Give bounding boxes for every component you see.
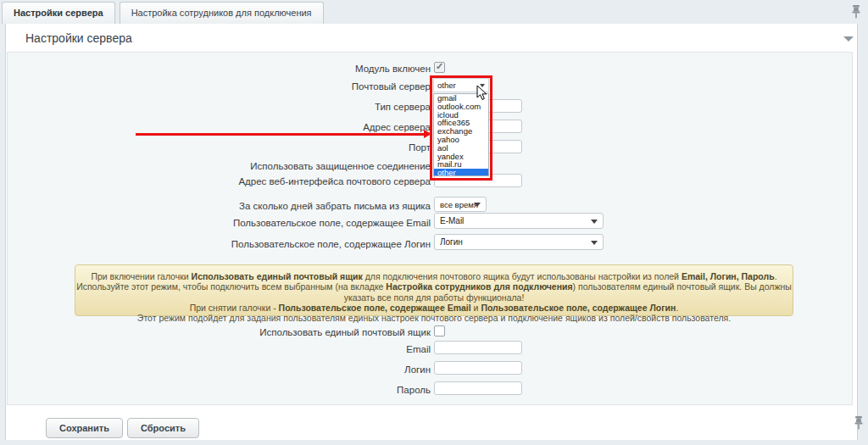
notice-line: При снятии галочки - Пользовательское по… <box>75 303 793 313</box>
module-enabled-label: Модуль включен <box>0 64 431 74</box>
fetch-days-label: За сколько дней забрать письма из ящика <box>0 201 431 211</box>
mail-server-select-value: other <box>437 81 456 90</box>
module-enabled-checkbox[interactable] <box>434 62 445 73</box>
reset-button[interactable]: Сбросить <box>127 418 199 438</box>
server-address-label: Адрес сервера <box>0 122 431 132</box>
login-label: Логин <box>0 364 431 375</box>
email-label: Email <box>0 344 431 354</box>
user-field-login-select[interactable]: Логин <box>434 234 604 250</box>
chevron-down-icon <box>591 241 598 245</box>
mail-server-label: Почтовый сервер <box>0 81 431 92</box>
tab-bar: Настройки сервера Настройка сотрудников … <box>2 2 324 24</box>
user-field-email-value: E-Mail <box>440 216 464 225</box>
page-title: Настройки сервера <box>25 31 132 45</box>
chevron-down-icon <box>474 203 481 207</box>
mail-server-option[interactable]: other <box>434 169 488 176</box>
user-field-login-label: Пользовательское поле, содержащее Логин <box>0 239 431 249</box>
tab-employee-connection-settings[interactable]: Настройка сотрудников для подключения <box>120 2 324 24</box>
password-label: Пароль <box>0 385 431 395</box>
login-input[interactable] <box>434 361 522 375</box>
user-field-email-label: Пользовательское поле, содержащее Email <box>0 218 431 228</box>
user-field-login-value: Логин <box>440 237 463 247</box>
pin-icon[interactable] <box>850 4 862 19</box>
single-mailbox-notice: При включении галочки Использовать едины… <box>75 264 793 316</box>
mail-server-dropdown-list: gmailoutlook.comicloudoffice365exchangey… <box>433 93 489 176</box>
notice-line: Используйте этот режим, чтобы подключить… <box>75 281 793 303</box>
port-label: Порт <box>0 142 431 153</box>
password-input[interactable] <box>434 381 522 395</box>
webmail-address-label: Адрес веб-интерфейса почтового сервера <box>0 176 431 186</box>
chevron-down-icon <box>591 220 598 224</box>
user-field-email-select[interactable]: E-Mail <box>434 213 604 229</box>
fetch-days-select[interactable]: все время <box>434 197 487 212</box>
chevron-down-icon <box>480 84 485 87</box>
single-mailbox-checkbox[interactable] <box>434 325 445 337</box>
fetch-days-value: все время <box>440 200 478 209</box>
footer-bar: Сохранить Сбросить <box>6 405 857 440</box>
mail-server-select[interactable]: other <box>433 78 489 92</box>
tab-server-settings[interactable]: Настройки сервера <box>2 2 115 24</box>
pin-icon[interactable] <box>853 415 865 430</box>
email-input[interactable] <box>434 341 522 354</box>
single-mailbox-label: Использовать единый почтовый ящик <box>0 327 431 337</box>
settings-page: { "tabs": { "tab1": "Настройки сервера",… <box>0 0 868 445</box>
secure-connection-label: Использовать защищенное соединение <box>0 161 431 171</box>
notice-line: При включении галочки Использовать едины… <box>75 271 793 281</box>
collapse-section-chevron-down-icon[interactable] <box>843 36 854 42</box>
save-button[interactable]: Сохранить <box>46 418 123 438</box>
notice-line: Этот режим подойдет для задания пользова… <box>75 313 793 323</box>
server-type-label: Тип сервера <box>0 102 431 112</box>
